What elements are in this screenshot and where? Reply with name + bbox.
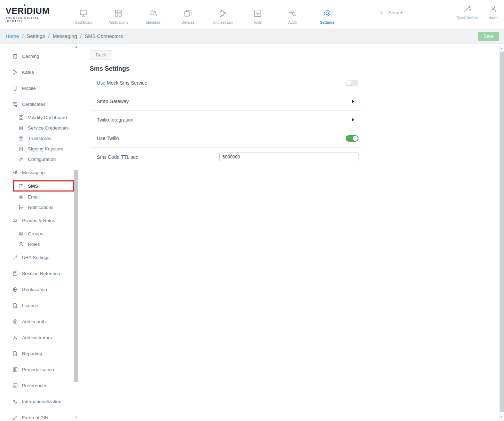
breadcrumb-separator: / [48, 33, 49, 39]
sidebar-item-label: License [22, 303, 38, 308]
nav-label: Orchestrator [213, 20, 233, 24]
orchestrator-icon [218, 9, 227, 18]
nav-label: Audit [288, 20, 297, 24]
quick-actions-button[interactable]: Quick Actions [454, 0, 481, 20]
sidebar-item-admin-auth[interactable]: Admin auth [0, 313, 79, 329]
nav-item-tools[interactable]: Tools [240, 5, 275, 24]
nav-label: Applications [109, 20, 128, 24]
sms-settings-panel: Back Sms Settings Use Mock Sms Service S… [79, 44, 504, 421]
setting-row-twilio-integration[interactable]: Twilio Integration [90, 111, 361, 129]
nav-item-identities[interactable]: Identities [136, 5, 171, 24]
primary-nav: Dashboard Applications Identities Device… [66, 5, 345, 24]
breadcrumb-separator: / [80, 33, 81, 39]
page-scroll-down-arrow[interactable]: ▼ [499, 415, 504, 418]
applications-icon [114, 9, 123, 18]
sidebar-item-email[interactable]: Email [0, 192, 79, 202]
sidebar-item-caching[interactable]: Caching [0, 48, 79, 64]
brand-tagline: TRUSTED DIGITAL IDENTITY [6, 16, 58, 23]
twilio-integration-expander[interactable] [352, 118, 354, 122]
breadcrumb-home[interactable]: Home [6, 33, 19, 39]
sidebar-item-session-retention[interactable]: Session Retention [0, 265, 79, 281]
sidebar-item-label: UBA Settings [22, 255, 50, 260]
setting-label: Smtp Gateway [97, 99, 129, 104]
quick-actions-label: Quick Actions [456, 16, 479, 20]
brand-logo[interactable]: VERIDIUM ▴ TRUSTED DIGITAL IDENTITY [6, 6, 58, 23]
sidebar-item-configuration[interactable]: Configuration [0, 154, 79, 164]
sidebar-item-license[interactable]: License [0, 297, 79, 313]
nav-item-audit[interactable]: Audit [275, 5, 310, 24]
globe-icon [12, 287, 18, 293]
breadcrumb-messaging[interactable]: Messaging [53, 33, 77, 39]
nav-item-settings[interactable]: Settings [310, 5, 345, 24]
sidebar-item-preferences[interactable]: Preferences [0, 377, 79, 393]
save-button[interactable]: Save [478, 32, 499, 41]
page-scroll-up-arrow[interactable]: ▲ [499, 47, 504, 50]
nav-item-orchestrator[interactable]: Orchestrator [205, 5, 240, 24]
sidebar-item-validity-dashboard[interactable]: Validity Dashboard [0, 112, 79, 123]
user-name: david [489, 16, 497, 20]
sidebar-item-label: Internationalization [22, 399, 61, 404]
nav-item-dashboard[interactable]: Dashboard [66, 5, 101, 24]
sidebar-item-signing-keystore[interactable]: Signing Keystore [0, 143, 79, 154]
use-twilio-toggle[interactable] [346, 135, 359, 142]
sidebar-item-truststores[interactable]: Truststores [0, 133, 79, 143]
face-icon [12, 383, 18, 389]
setting-row-smtp-gateway[interactable]: Smtp Gateway [90, 92, 361, 111]
sidebar-item-label: Groups & Roles [22, 218, 55, 223]
user-icon [489, 4, 498, 13]
nav-item-devices[interactable]: Devices [171, 5, 205, 24]
sidebar-item-uba-settings[interactable]: UBA Settings [0, 249, 79, 265]
sidebar-item-notifications[interactable]: Notifications [0, 202, 79, 212]
sidebar-scroll-up-arrow[interactable]: ▲ [74, 45, 79, 48]
smtp-gateway-expander[interactable] [352, 100, 354, 103]
sidebar-item-kafka[interactable]: Kafka [0, 64, 79, 80]
sidebar-item-label: Truststores [28, 136, 51, 141]
sidebar-scrollbar[interactable]: ▲ ▼ [74, 44, 79, 421]
sidebar-item-label: Caching [22, 54, 39, 59]
search-icon[interactable] [379, 10, 384, 15]
sms-code-ttl-input[interactable] [219, 153, 359, 161]
sidebar-item-certificates[interactable]: Certificates [0, 96, 79, 112]
sidebar-item-service-credentials[interactable]: Service Credentials [0, 123, 79, 133]
setting-label: Use Twilio [97, 135, 119, 141]
nav-label: Devices [181, 20, 194, 24]
document-icon [18, 146, 24, 152]
sidebar-item-roles[interactable]: Roles [0, 239, 79, 249]
dashboard-icon [79, 9, 88, 18]
sidebar-item-geolocation[interactable]: Geolocation [0, 281, 79, 297]
sidebar-item-label: Signing Keystore [28, 146, 63, 151]
at-icon [18, 194, 24, 200]
page-scrollbar[interactable]: ▲ ▼ [499, 44, 504, 421]
page-scrollbar-thumb[interactable] [500, 52, 504, 412]
phone-icon [12, 85, 18, 91]
sidebar-item-messaging[interactable]: Messaging [0, 164, 79, 180]
user-menu[interactable]: david [483, 0, 503, 20]
page-title: Sms Settings [90, 65, 504, 72]
back-button[interactable]: Back [90, 50, 112, 60]
chevron-right-icon [352, 100, 354, 103]
sidebar-item-label: Groups [28, 231, 43, 236]
sidebar-item-groups[interactable]: Groups [0, 228, 79, 239]
search-input[interactable] [388, 10, 442, 15]
devices-icon [183, 9, 192, 18]
sidebar-scroll-down-arrow[interactable]: ▼ [74, 416, 79, 419]
sidebar-item-mobile[interactable]: Mobile [0, 80, 79, 96]
breadcrumb-settings[interactable]: Settings [27, 33, 45, 39]
lock-icon [12, 319, 18, 325]
kafka-icon [12, 69, 18, 75]
sidebar-item-sms[interactable]: SMS [13, 180, 74, 192]
setting-row-use-mock-sms-service: Use Mock Sms Service [90, 74, 361, 92]
sidebar-item-reporting[interactable]: Reporting [0, 345, 79, 361]
sidebar-item-external-pin[interactable]: External PIN [0, 410, 79, 421]
sidebar-item-label: Messaging [22, 170, 45, 175]
sidebar-item-label: Administrators [22, 335, 52, 340]
sidebar-item-internationalization[interactable]: Internationalization [0, 393, 79, 410]
use-mock-sms-service-toggle[interactable] [346, 80, 359, 86]
sidebar-item-groups-roles[interactable]: Groups & Roles [0, 212, 79, 228]
sidebar-item-administrators[interactable]: Administrators [0, 329, 79, 345]
sidebar-scrollbar-thumb[interactable] [74, 170, 78, 382]
certificate-icon [12, 101, 18, 107]
setting-row-sms-code-ttl: Sms Code TTL sec [90, 148, 361, 166]
sidebar-item-personalisation[interactable]: Personalisation [0, 361, 79, 377]
nav-item-applications[interactable]: Applications [101, 5, 136, 24]
